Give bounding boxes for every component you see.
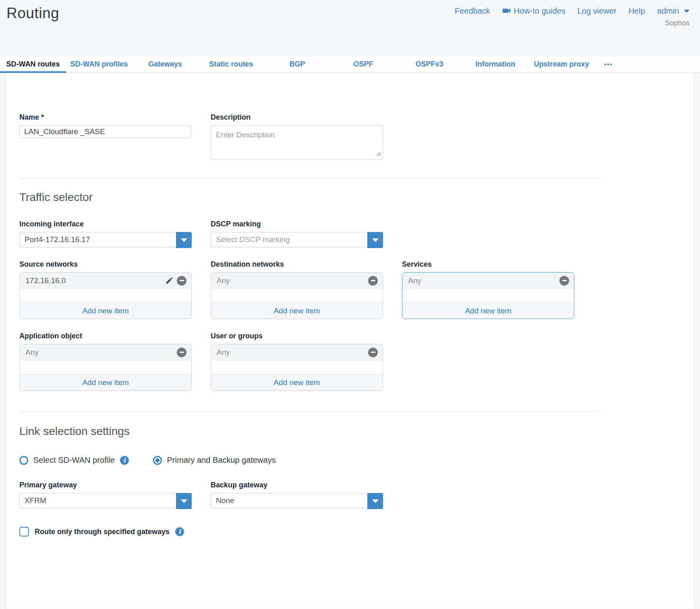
application-object-group: Application object Any Add new item bbox=[19, 332, 192, 391]
primary-gateway-value: XFRM bbox=[25, 496, 46, 505]
divider bbox=[19, 178, 601, 178]
log-viewer-link[interactable]: Log viewer bbox=[578, 6, 617, 16]
services-label: Services bbox=[402, 260, 574, 269]
remove-icon[interactable] bbox=[177, 276, 186, 286]
dropdown-arrow-icon[interactable] bbox=[367, 232, 383, 248]
header-links: Feedback How-to guides Log viewer Help a… bbox=[455, 6, 690, 16]
tab-information[interactable]: Information bbox=[462, 56, 528, 72]
name-field-group: Name * bbox=[19, 113, 192, 162]
interface-dscp-row: Incoming interface Port4-172.16.16.17 DS… bbox=[19, 220, 681, 247]
application-object-value: Any bbox=[25, 348, 39, 357]
radio-button-icon[interactable] bbox=[19, 456, 28, 465]
tab-upstream-proxy[interactable]: Upstream proxy bbox=[528, 56, 594, 72]
name-label: Name * bbox=[19, 113, 192, 122]
edit-icon[interactable] bbox=[165, 276, 174, 285]
primary-gateway-label: Primary gateway bbox=[19, 481, 192, 489]
gateways-row: Primary gateway XFRM Backup gateway None bbox=[19, 481, 681, 508]
incoming-interface-select[interactable]: Port4-172.16.16.17 bbox=[19, 232, 192, 247]
radio-sdwan-profile[interactable]: Select SD-WAN profile i bbox=[19, 456, 129, 465]
add-new-item-button[interactable]: Add new item bbox=[402, 302, 574, 319]
list-item: Any bbox=[402, 273, 574, 289]
backup-gateway-group: Backup gateway None bbox=[211, 481, 383, 508]
route-only-label: Route only through specified gateways bbox=[35, 528, 170, 536]
tab-more-menu[interactable]: ••• bbox=[594, 56, 623, 72]
howto-guides-label: How-to guides bbox=[514, 6, 565, 16]
remove-icon[interactable] bbox=[368, 276, 378, 286]
destination-networks-box: Any Add new item bbox=[211, 272, 383, 319]
top-header: Routing Feedback How-to guides Log viewe… bbox=[0, 0, 700, 56]
remove-icon[interactable] bbox=[559, 276, 569, 286]
route-only-checkbox[interactable] bbox=[19, 527, 29, 536]
help-link[interactable]: Help bbox=[628, 6, 645, 16]
listbox-empty-area bbox=[402, 289, 574, 302]
primary-gateway-select[interactable]: XFRM bbox=[19, 493, 192, 508]
user-groups-label: User or groups bbox=[211, 332, 383, 340]
listbox-empty-area bbox=[20, 289, 191, 302]
radio-primary-backup-label: Primary and Backup gateways bbox=[167, 456, 276, 465]
services-value: Any bbox=[408, 276, 421, 285]
source-networks-group: Source networks 172.16.16.0 Add new item bbox=[19, 260, 192, 319]
radio-primary-backup[interactable]: Primary and Backup gateways bbox=[153, 456, 276, 465]
backup-gateway-label: Backup gateway bbox=[211, 481, 383, 489]
video-camera-icon bbox=[502, 8, 511, 14]
source-network-value: 172.16.16.0 bbox=[25, 276, 66, 285]
divider bbox=[19, 412, 601, 412]
link-selection-radios: Select SD-WAN profile i Primary and Back… bbox=[19, 456, 681, 465]
admin-label: admin bbox=[657, 6, 679, 16]
destination-network-value: Any bbox=[217, 276, 230, 285]
list-item: 172.16.16.0 bbox=[20, 273, 191, 289]
info-icon[interactable]: i bbox=[175, 527, 184, 536]
route-only-row: Route only through specified gateways i bbox=[19, 527, 681, 536]
info-icon[interactable]: i bbox=[120, 456, 129, 465]
tab-ospfv3[interactable]: OSPFv3 bbox=[396, 56, 462, 72]
chevron-down-icon bbox=[684, 10, 690, 13]
listbox-empty-area bbox=[211, 289, 383, 302]
name-description-row: Name * Description bbox=[19, 73, 681, 162]
user-groups-box: Any Add new item bbox=[211, 344, 383, 391]
application-object-box: Any Add new item bbox=[19, 344, 192, 391]
tab-sdwan-routes[interactable]: SD-WAN routes bbox=[0, 56, 66, 72]
dropdown-arrow-icon[interactable] bbox=[367, 493, 383, 509]
tab-bgp[interactable]: BGP bbox=[264, 56, 330, 72]
add-new-item-button[interactable]: Add new item bbox=[20, 374, 191, 390]
radio-sdwan-profile-label: Select SD-WAN profile bbox=[33, 456, 115, 465]
admin-menu[interactable]: admin bbox=[657, 6, 690, 16]
dropdown-arrow-icon[interactable] bbox=[176, 232, 192, 248]
user-groups-value: Any bbox=[217, 348, 230, 357]
header-right: Feedback How-to guides Log viewer Help a… bbox=[455, 5, 690, 27]
dropdown-arrow-icon[interactable] bbox=[176, 493, 192, 509]
tab-bar: SD-WAN routes SD-WAN profiles Gateways S… bbox=[0, 56, 700, 73]
incoming-interface-value: Port4-172.16.16.17 bbox=[25, 235, 90, 244]
services-group: Services Any Add new item bbox=[402, 260, 574, 319]
backup-gateway-select[interactable]: None bbox=[211, 493, 383, 508]
add-new-item-button[interactable]: Add new item bbox=[211, 302, 383, 319]
destination-networks-label: Destination networks bbox=[211, 260, 383, 269]
radio-button-selected-icon[interactable] bbox=[153, 456, 162, 465]
tab-ospf[interactable]: OSPF bbox=[330, 56, 396, 72]
howto-guides-link[interactable]: How-to guides bbox=[502, 6, 565, 16]
list-item: Any bbox=[211, 344, 383, 360]
networks-services-row: Source networks 172.16.16.0 Add new item… bbox=[19, 260, 681, 319]
feedback-link[interactable]: Feedback bbox=[455, 6, 490, 16]
link-selection-heading: Link selection settings bbox=[19, 425, 681, 438]
remove-icon[interactable] bbox=[177, 348, 186, 357]
description-label: Description bbox=[211, 113, 383, 122]
description-textarea[interactable] bbox=[211, 125, 383, 160]
add-new-item-button[interactable]: Add new item bbox=[211, 374, 383, 390]
source-networks-label: Source networks bbox=[19, 260, 192, 269]
tab-static-routes[interactable]: Static routes bbox=[198, 56, 264, 72]
list-item: Any bbox=[211, 273, 383, 289]
application-users-row: Application object Any Add new item User… bbox=[19, 332, 681, 391]
remove-icon[interactable] bbox=[368, 348, 378, 357]
application-object-label: Application object bbox=[19, 332, 192, 340]
primary-gateway-group: Primary gateway XFRM bbox=[19, 481, 192, 508]
listbox-empty-area bbox=[211, 360, 383, 374]
destination-networks-group: Destination networks Any Add new item bbox=[211, 260, 383, 319]
name-input[interactable] bbox=[19, 125, 191, 138]
add-new-item-button[interactable]: Add new item bbox=[20, 302, 191, 319]
dscp-placeholder: Select DSCP marking bbox=[216, 235, 290, 244]
tab-gateways[interactable]: Gateways bbox=[132, 56, 198, 72]
dscp-select[interactable]: Select DSCP marking bbox=[211, 232, 383, 247]
services-box: Any Add new item bbox=[402, 272, 574, 319]
tab-sdwan-profiles[interactable]: SD-WAN profiles bbox=[66, 56, 132, 72]
